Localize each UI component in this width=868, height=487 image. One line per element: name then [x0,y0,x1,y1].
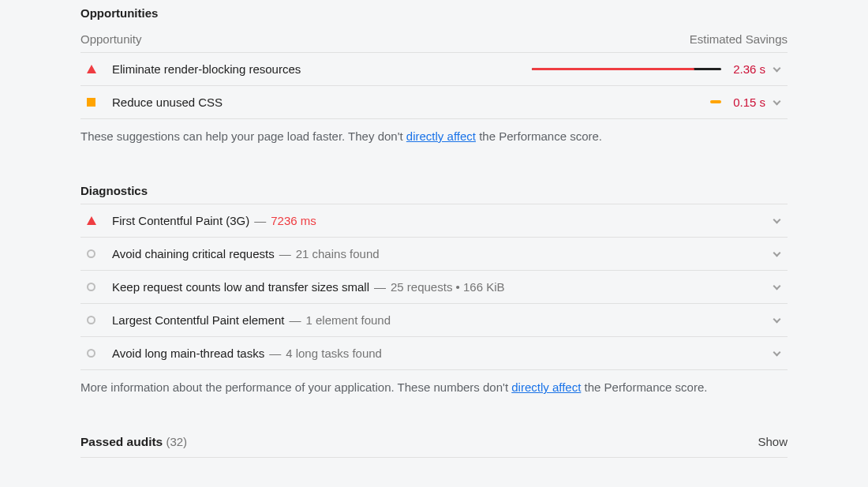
separator-dash: — [269,347,281,360]
opportunities-footnote-pre: These suggestions can help your page loa… [80,129,406,143]
diagnostic-label: Keep request counts low and transfer siz… [106,280,369,294]
passed-audits-show-button[interactable]: Show [758,435,788,448]
diagnostic-row[interactable]: Avoid long main-thread tasks — 4 long ta… [80,337,788,370]
separator-dash: — [279,247,291,260]
diagnostics-footnote: More information about the performance o… [80,370,788,397]
chevron-down-icon[interactable] [765,253,788,256]
opportunities-footnote-link[interactable]: directly affect [406,129,476,143]
diagnostic-row[interactable]: First Contentful Paint (3G) — 7236 ms [80,204,788,238]
opportunities-col-right: Estimated Savings [690,32,788,46]
savings-time: 2.36 s [721,62,765,76]
warn-square-icon [87,98,106,107]
diagnostic-detail: 7236 ms [271,214,316,227]
diagnostic-row[interactable]: Largest Contentful Paint element — 1 ele… [80,304,788,337]
chevron-down-icon[interactable] [765,219,788,223]
info-circle-icon [87,249,106,258]
info-circle-icon [87,349,106,358]
diagnostic-detail: 21 chains found [296,247,380,260]
chevron-down-icon[interactable] [765,101,788,104]
opportunity-row[interactable]: Reduce unused CSS0.15 s [80,86,788,119]
diagnostic-label: Avoid long main-thread tasks [106,347,264,360]
chevron-down-icon[interactable] [765,352,788,355]
opportunity-label: Eliminate render-blocking resources [106,62,301,76]
diagnostic-label: Avoid chaining critical requests [106,247,275,260]
fail-triangle-icon [87,216,106,225]
diagnostic-detail: 1 element found [305,313,391,327]
diagnostic-label: First Contentful Paint (3G) [106,214,249,227]
opportunities-header: Opportunity Estimated Savings [80,26,788,53]
diagnostic-label: Largest Contentful Paint element [106,313,284,327]
diagnostic-detail: 25 requests • 166 KiB [391,280,505,294]
opportunities-footnote: These suggestions can help your page loa… [80,119,788,146]
passed-audits-title: Passed audits [80,435,163,448]
chevron-down-icon[interactable] [765,68,788,71]
savings-time: 0.15 s [721,96,765,109]
diagnostics-title: Diagnostics [80,184,788,197]
diagnostic-detail: 4 long tasks found [286,347,382,360]
diagnostics-footnote-link[interactable]: directly affect [511,380,581,394]
separator-dash: — [289,313,301,327]
separator-dash: — [254,214,266,227]
opportunity-row[interactable]: Eliminate render-blocking resources2.36 … [80,53,788,86]
info-circle-icon [87,316,106,324]
opportunities-footnote-post: the Performance score. [476,129,602,143]
chevron-down-icon[interactable] [765,319,788,322]
diagnostics-footnote-post: the Performance score. [581,380,707,394]
diagnostics-footnote-pre: More information about the performance o… [80,380,511,394]
passed-audits-count: (32) [166,435,187,448]
opportunity-label: Reduce unused CSS [106,96,223,109]
opportunities-title: Opportunities [80,6,788,20]
savings-bar [485,101,721,103]
chevron-down-icon[interactable] [765,286,788,289]
savings-bar [485,68,721,70]
passed-audits-row[interactable]: Passed audits (32) Show [80,435,788,458]
info-circle-icon [87,283,106,291]
diagnostic-row[interactable]: Avoid chaining critical requests — 21 ch… [80,238,788,271]
separator-dash: — [374,280,386,294]
diagnostic-row[interactable]: Keep request counts low and transfer siz… [80,271,788,304]
opportunities-col-left: Opportunity [80,32,142,46]
fail-triangle-icon [87,65,106,73]
